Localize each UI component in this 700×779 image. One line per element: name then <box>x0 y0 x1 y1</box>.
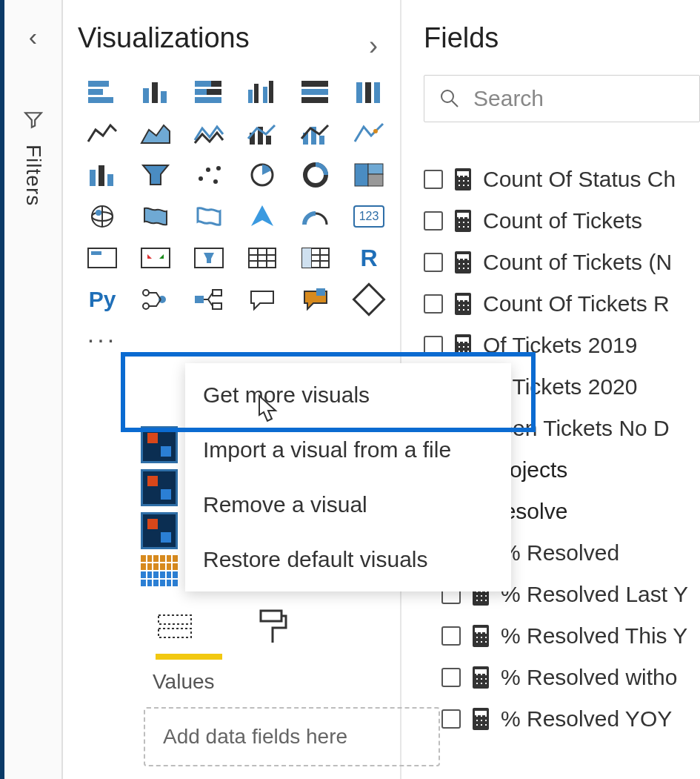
r-visual-icon[interactable]: R <box>350 242 387 274</box>
values-dropzone[interactable]: Add data fields here <box>144 707 440 766</box>
checkbox[interactable] <box>424 253 443 272</box>
menu-remove-visual[interactable]: Remove a visual <box>185 477 511 532</box>
checkbox[interactable] <box>424 170 443 189</box>
filled-map-icon[interactable] <box>137 201 174 232</box>
stacked-bar-h-icon[interactable] <box>84 76 121 107</box>
collapse-visualizations-chevron-icon[interactable]: › <box>369 30 378 62</box>
more-visuals-ellipsis-icon[interactable]: ··· <box>84 325 121 357</box>
fields-format-section: Values Add data fields here <box>141 608 393 766</box>
svg-marker-32 <box>143 165 168 185</box>
svg-rect-63 <box>159 615 191 624</box>
pie-icon[interactable] <box>244 159 281 190</box>
map-globe-icon[interactable] <box>84 201 121 232</box>
values-section-label: Values <box>153 670 393 694</box>
field-item[interactable]: Count of Tickets <box>424 208 700 233</box>
svg-rect-27 <box>319 136 324 145</box>
donut-icon[interactable] <box>297 159 334 190</box>
svg-rect-4 <box>152 82 158 103</box>
custom-visual-tile-icon[interactable] <box>141 426 178 463</box>
clustered-bar-v-icon[interactable] <box>137 76 174 107</box>
svg-rect-1 <box>88 89 103 95</box>
custom-visual-dotgrid-icon[interactable] <box>141 555 178 586</box>
svg-point-66 <box>441 90 453 102</box>
field-label: % Resolved YOY <box>501 706 672 732</box>
line-chart-icon[interactable] <box>84 118 121 149</box>
field-label: Of Tickets 2019 <box>483 333 637 358</box>
svg-rect-0 <box>88 81 109 87</box>
treemap-icon[interactable] <box>350 159 387 190</box>
checkbox[interactable] <box>441 668 461 687</box>
scatter-icon[interactable] <box>190 159 227 190</box>
funnel-icon[interactable] <box>137 159 174 190</box>
svg-rect-40 <box>368 164 383 174</box>
checkbox[interactable] <box>441 709 461 729</box>
smart-narrative-icon[interactable] <box>297 284 334 315</box>
menu-restore-default-visuals[interactable]: Restore default visuals <box>185 532 511 587</box>
format-paint-roller-icon[interactable] <box>256 608 289 646</box>
checkbox[interactable] <box>424 336 443 355</box>
area-chart-icon[interactable] <box>137 118 174 149</box>
svg-rect-53 <box>249 248 276 268</box>
field-item[interactable]: Count Of Status Ch <box>424 167 700 192</box>
svg-rect-10 <box>195 97 221 103</box>
key-influencer-icon[interactable] <box>137 284 174 315</box>
arrow-azure-icon[interactable] <box>244 201 281 232</box>
expand-filters-chevron-icon[interactable]: ‹ <box>29 22 37 51</box>
svg-rect-64 <box>159 629 191 637</box>
field-item[interactable]: Count of Tickets (N <box>424 250 700 275</box>
decomposition-icon[interactable] <box>190 284 227 315</box>
matrix-icon[interactable] <box>297 242 334 274</box>
rhombus-custom-icon[interactable] <box>350 284 387 315</box>
svg-rect-46 <box>88 248 116 268</box>
py-visual-icon[interactable]: Py <box>84 284 121 315</box>
ribbon-chart-icon[interactable] <box>350 76 387 107</box>
stacked-area-icon[interactable] <box>190 118 227 149</box>
line-stacked-column-icon[interactable] <box>297 118 334 149</box>
measure-icon <box>473 666 489 689</box>
svg-rect-19 <box>365 82 371 103</box>
svg-rect-17 <box>301 97 328 103</box>
visuals-context-menu: Get more visuals Import a visual from a … <box>185 363 511 591</box>
filters-label: Filters <box>21 145 45 206</box>
card-123-icon[interactable]: 123 <box>350 201 387 232</box>
stacked-bar-h-100-icon[interactable] <box>190 76 227 107</box>
svg-point-33 <box>199 176 203 181</box>
qa-visual-icon[interactable] <box>244 284 281 315</box>
shape-map-icon[interactable] <box>190 201 227 232</box>
svg-point-35 <box>213 179 218 184</box>
checkbox[interactable] <box>424 294 443 314</box>
field-item[interactable]: % Resolved witho <box>441 665 700 690</box>
fields-search-input[interactable]: Search <box>424 75 700 122</box>
table-icon[interactable] <box>244 242 281 274</box>
svg-rect-12 <box>254 84 259 103</box>
svg-point-57 <box>143 303 149 309</box>
fields-title: Fields <box>424 22 700 54</box>
slicer-icon[interactable] <box>190 242 227 274</box>
measure-icon <box>473 708 489 730</box>
svg-rect-7 <box>211 81 221 87</box>
filters-collapsed-rail[interactable]: ‹ Filters <box>0 0 63 779</box>
field-item[interactable]: % Resolved YOY <box>441 706 700 732</box>
svg-rect-2 <box>88 97 113 103</box>
checkbox[interactable] <box>424 211 443 231</box>
field-item[interactable]: Of Tickets 2019 <box>424 333 700 358</box>
visualizations-pane: Visualizations › 123 <box>63 0 400 779</box>
waterfall-icon[interactable] <box>350 118 387 149</box>
checkbox[interactable] <box>441 626 461 646</box>
kpi-multi-icon[interactable] <box>137 242 174 274</box>
visualizations-title: Visualizations <box>78 22 250 54</box>
clustered-column-icon[interactable] <box>244 76 281 107</box>
stacked-column-100-icon[interactable] <box>297 76 334 107</box>
custom-visual-tile-icon[interactable] <box>141 512 178 549</box>
field-item[interactable]: % Resolved This Y <box>441 623 700 649</box>
custom-visual-tile-icon[interactable] <box>141 469 178 506</box>
measure-icon <box>455 334 471 357</box>
line-clustered-column-icon[interactable] <box>244 118 281 149</box>
fields-well-icon[interactable] <box>156 611 197 643</box>
menu-import-visual-from-file[interactable]: Import a visual from a file <box>185 422 511 477</box>
menu-get-more-visuals[interactable]: Get more visuals <box>185 368 511 422</box>
gauge-icon[interactable] <box>297 201 334 232</box>
column-chart-icon[interactable] <box>84 159 121 190</box>
kpi-card-icon[interactable] <box>84 242 121 274</box>
field-item[interactable]: Count Of Tickets R <box>424 291 700 316</box>
